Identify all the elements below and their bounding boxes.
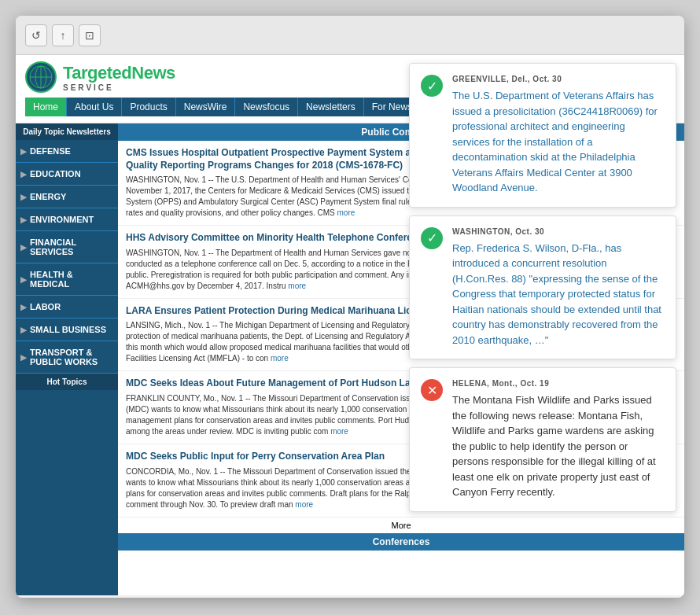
card-icon-error-helena: ✕: [421, 379, 443, 401]
nav-newsfocus[interactable]: Newsfocus: [235, 98, 298, 116]
conferences-bar: Conferences: [118, 533, 684, 551]
more-link-cms[interactable]: more: [337, 208, 355, 217]
sidebar-item-health[interactable]: ▶ HEALTH & MEDICAL: [16, 263, 118, 296]
more-link-mdc-perry[interactable]: more: [295, 500, 313, 509]
nav-about[interactable]: About Us: [67, 98, 122, 116]
sidebar-arrow-transport: ▶: [20, 353, 27, 362]
card-helena: ✕ HELENA, Mont., Oct. 19 The Montana Fis…: [409, 367, 676, 512]
browser-toolbar: ↺ ↑ ⊡: [16, 16, 684, 55]
card-location-washington: WASHINGTON, Oct. 30: [452, 227, 665, 236]
sidebar-header: Daily Topic Newsletters: [16, 123, 118, 140]
logo-news: News: [131, 63, 175, 83]
more-link-hhs[interactable]: more: [288, 282, 306, 290]
sidebar-item-transport[interactable]: ▶ TRANSPORT & PUBLIC WORKS: [16, 341, 118, 374]
upload-button[interactable]: ↑: [52, 24, 74, 46]
sidebar-label-labor: LABOR: [30, 302, 61, 311]
logo-main: TargetedNews: [63, 63, 175, 83]
sidebar-item-environment[interactable]: ▶ ENVIRONMENT: [16, 208, 118, 231]
logo-text: TargetedNews SERVICE: [63, 63, 175, 92]
sidebar-item-financial[interactable]: ▶ FINANCIAL SERVICES: [16, 231, 118, 263]
sidebar-item-small-business[interactable]: ▶ SMALL BUSINESS: [16, 319, 118, 341]
browser-controls: ↺ ↑ ⊡: [25, 24, 101, 46]
sidebar-label-small-business: SMALL BUSINESS: [30, 325, 106, 334]
card-text-greenville: The U.S. Department of Veterans Affairs …: [452, 88, 665, 196]
browser-window: ↺ ↑ ⊡ Targe: [16, 16, 684, 598]
nav-newswire[interactable]: NewsWire: [176, 98, 236, 116]
sidebar-label-health: HEALTH & MEDICAL: [30, 270, 113, 289]
more-link-lara[interactable]: more: [271, 354, 289, 363]
sidebar-arrow-environment: ▶: [20, 215, 27, 224]
sidebar-label-financial: FINANCIAL SERVICES: [30, 238, 113, 256]
more-link-mdc-port[interactable]: more: [330, 427, 348, 436]
sidebar-label-energy: ENERGY: [30, 192, 66, 201]
sidebar-label-environment: ENVIRONMENT: [30, 215, 94, 224]
card-text-washington: Rep. Frederica S. Wilson, D-Fla., has in…: [452, 241, 665, 348]
reload-button[interactable]: ↺: [25, 24, 47, 46]
sidebar-label-transport: TRANSPORT & PUBLIC WORKS: [30, 348, 113, 366]
logo-icon: [25, 61, 57, 93]
browser-content: TargetedNews SERVICE Home About Us Produ…: [16, 55, 684, 598]
sidebar-arrow-small-business: ▶: [20, 326, 27, 334]
sidebar-arrow-education: ▶: [20, 170, 27, 179]
card-greenville: ✓ GREENVILLE, Del., Oct. 30 The U.S. Dep…: [409, 63, 676, 208]
sidebar-item-labor[interactable]: ▶ LABOR: [16, 296, 118, 319]
logo-targeted: Targeted: [63, 63, 131, 83]
sidebar-arrow-health: ▶: [20, 275, 27, 284]
sidebar-item-defense[interactable]: ▶ DEFENSE: [16, 140, 118, 163]
sidebar-footer: Hot Topics: [16, 374, 118, 390]
nav-home[interactable]: Home: [25, 98, 67, 116]
sidebar-item-education[interactable]: ▶ EDUCATION: [16, 163, 118, 186]
card-location-helena: HELENA, Mont., Oct. 19: [452, 379, 665, 388]
card-washington: ✓ WASHINGTON, Oct. 30 Rep. Frederica S. …: [409, 215, 676, 360]
card-text-helena: The Montana Fish Wildlife and Parks issu…: [452, 392, 665, 500]
website: TargetedNews SERVICE Home About Us Produ…: [16, 55, 684, 598]
sidebar-label-education: EDUCATION: [30, 169, 81, 179]
card-content-washington: WASHINGTON, Oct. 30 Rep. Frederica S. Wi…: [452, 227, 665, 348]
card-icon-success-washington: ✓: [421, 227, 443, 249]
card-icon-success-greenville: ✓: [421, 75, 443, 97]
sidebar-item-energy[interactable]: ▶ ENERGY: [16, 186, 118, 208]
sidebar-arrow-defense: ▶: [20, 147, 27, 156]
sidebar-arrow-energy: ▶: [20, 193, 27, 201]
sidebar-arrow-financial: ▶: [20, 243, 27, 252]
more-link-bottom[interactable]: More: [118, 517, 684, 533]
sidebar: Daily Topic Newsletters ▶ DEFENSE ▶ EDUC…: [16, 123, 118, 595]
logo-service: SERVICE: [63, 83, 175, 92]
sidebar-label-defense: DEFENSE: [30, 146, 71, 156]
card-location-greenville: GREENVILLE, Del., Oct. 30: [452, 75, 665, 83]
card-content-greenville: GREENVILLE, Del., Oct. 30 The U.S. Depar…: [452, 75, 665, 196]
fullscreen-button[interactable]: ⊡: [79, 24, 101, 46]
sidebar-arrow-labor: ▶: [20, 303, 27, 311]
card-content-helena: HELENA, Mont., Oct. 19 The Montana Fish …: [452, 379, 665, 500]
nav-products[interactable]: Products: [122, 98, 175, 116]
cards-container: ✓ GREENVILLE, Del., Oct. 30 The U.S. Dep…: [409, 63, 676, 512]
nav-newsletters[interactable]: Newsletters: [298, 98, 364, 116]
